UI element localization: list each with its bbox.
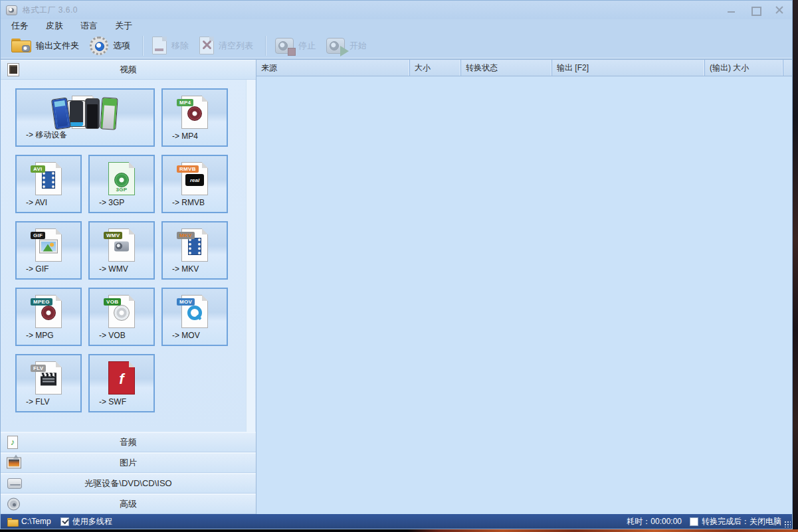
options-label: 选项 [113,40,130,52]
menu-item-language[interactable]: 语言 [80,20,98,32]
desktop-edge-right [793,0,798,532]
format-button-mkv[interactable]: MKV-> MKV [161,221,228,280]
column-convert-state[interactable]: 转换状态 [461,60,552,76]
resize-grip[interactable] [784,521,791,527]
audio-section-icon: ♪ [7,436,18,449]
mobile-glyph-icon [53,98,117,130]
video-formats-panel: -> 移动设备MP4-> MP4AVI-> AVI3GP-> 3GPRMVBre… [1,80,256,432]
wmv-glyph-icon [114,242,129,252]
options-button[interactable]: 选项 [86,34,137,58]
avi-glyph-icon [43,172,54,188]
sidebar-accordion: ♪ 音频 图片 光驱设备\DVD\CD\ISO 高级 [1,432,256,514]
output-path-folder-icon[interactable] [7,518,17,525]
format-button-mp4[interactable]: MP4-> MP4 [161,88,228,147]
format-label-mobile: -> 移动设备 [26,130,67,141]
format-button-gif[interactable]: GIF-> GIF [15,221,82,280]
mp4-file-icon: MP4 [181,96,208,129]
window-title: 格式工厂 3.6.0 [23,5,78,16]
clear-list-icon [199,37,214,54]
gif-badge: GIF [31,232,45,239]
sidebar-section-advanced[interactable]: 高级 [1,493,256,514]
sidebar-section-picture[interactable]: 图片 [1,452,256,473]
remove-button[interactable]: 移除 [148,34,195,57]
format-label-avi: -> AVI [26,198,47,207]
format-label-mov: -> MOV [172,331,200,340]
stop-icon [275,38,294,54]
format-label-rmvb: -> RMVB [172,198,205,207]
format-button-3gp[interactable]: 3GP-> 3GP [88,155,155,213]
format-button-mobile[interactable]: -> 移动设备 [15,88,155,147]
column-size[interactable]: 大小 [410,60,461,76]
format-label-vob: -> VOB [99,331,126,340]
close-icon[interactable] [775,5,784,15]
mov-badge: MOV [177,298,195,306]
format-button-rmvb[interactable]: RMVBreal-> RMVB [161,155,228,213]
video-section-label: 视频 [1,64,256,76]
toolbar-separator [142,36,143,56]
video-section-icon [7,63,19,76]
column-source[interactable]: 来源 [256,60,410,76]
picture-section-label: 图片 [1,457,256,469]
start-button[interactable]: 开始 [322,35,373,56]
sidebar-section-audio[interactable]: ♪ 音频 [1,432,256,452]
format-label-flv: -> FLV [26,397,49,406]
format-button-vob[interactable]: VOB-> VOB [88,288,155,346]
clear-list-label: 清空列表 [219,40,253,52]
menu-item-skin[interactable]: 皮肤 [46,20,63,32]
format-label-wmv: -> WMV [99,264,128,274]
format-label-mpg: -> MPG [26,331,54,340]
minimize-icon[interactable] [727,5,736,15]
elapsed-label: 耗时： [627,516,650,527]
mobile-file-icon [72,96,98,129]
sidebar-scrollbar-track[interactable] [246,80,255,432]
output-path[interactable]: C:\Temp [21,517,51,526]
rmvb-badge: RMVB [177,165,199,173]
sidebar-section-rom[interactable]: 光驱设备\DVD\CD\ISO [1,473,256,493]
format-button-flv[interactable]: FLV-> FLV [15,354,82,412]
wmv-badge: WMV [104,232,122,239]
toolbar-separator [265,36,266,56]
menu-item-task[interactable]: 任务 [11,20,29,32]
rmvb-file-icon: RMVBreal [181,162,208,195]
rom-section-icon [7,478,22,489]
clear-list-button[interactable]: 清空列表 [195,34,260,57]
menubar: 任务 皮肤 语言 关于 [1,19,792,33]
output-folder-button[interactable]: 输出文件夹 [7,36,86,55]
vob-file-icon: VOB [108,295,135,328]
mpg-file-icon: MPEG [35,295,62,328]
maximize-icon[interactable] [751,5,760,15]
swf-file-icon: SWFf [108,361,135,395]
menu-item-about[interactable]: 关于 [115,20,132,32]
format-grid: -> 移动设备MP4-> MP4AVI-> AVI3GP-> 3GPRMVBre… [1,80,228,432]
remove-page-icon [152,37,167,54]
audio-section-label: 音频 [1,436,256,448]
format-button-mov[interactable]: MOV-> MOV [161,288,228,346]
shutdown-checkbox[interactable] [690,517,698,526]
multithread-checkbox[interactable] [60,517,69,526]
format-button-swf[interactable]: SWFf-> SWF [88,354,155,412]
mov-file-icon: MOV [181,295,208,328]
desktop-edge-bottom [0,529,798,532]
mov-glyph-icon [187,306,202,320]
file-list[interactable] [256,76,792,514]
remove-label: 移除 [171,40,189,52]
mp4-glyph-icon [187,106,202,121]
format-label-swf: -> SWF [99,397,126,406]
advanced-section-label: 高级 [1,498,256,510]
column-output-size[interactable]: (输出) 大小 [705,60,783,76]
3gp-file-icon: 3GP [108,162,135,195]
stop-button[interactable]: 停止 [271,35,322,56]
window-controls [727,1,784,19]
advanced-section-icon [7,497,20,510]
main-content: 视频 -> 移动设备MP4-> MP4AVI-> AVI3GP-> 3GPRMV… [1,59,792,514]
sidebar-section-video[interactable]: 视频 [1,60,256,80]
column-output[interactable]: 输出 [F2] [552,60,705,76]
format-button-mpg[interactable]: MPEG-> MPG [15,288,82,346]
format-button-wmv[interactable]: WMV-> WMV [88,221,155,280]
mkv-file-icon: MKV [181,228,208,262]
flv-glyph-icon [41,373,56,386]
format-button-avi[interactable]: AVI-> AVI [15,155,82,213]
gear-icon [90,37,108,55]
rom-section-label: 光驱设备\DVD\CD\ISO [1,478,256,489]
3gp-glyph-icon [114,173,129,187]
